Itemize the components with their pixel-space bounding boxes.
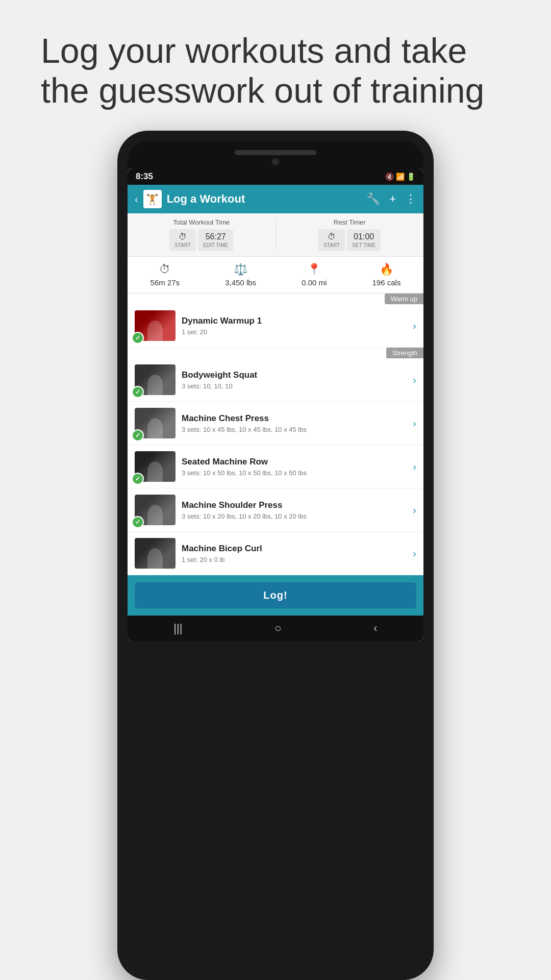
exercise-name: Machine Shoulder Press: [182, 500, 407, 510]
rest-timer-controls: ⏱ START 01:00 SET TIME: [318, 229, 381, 251]
exercise-sets: 3 sets: 10 x 50 lbs, 10 x 50 lbs, 10 x 5…: [182, 469, 407, 477]
exercise-chevron-right-icon: ›: [413, 504, 416, 516]
total-workout-controls: ⏱ START 56:27 EDIT TIME: [169, 229, 233, 251]
status-icons: 🔇 📶 🔋: [385, 173, 415, 181]
exercise-name: Seated Machine Row: [182, 457, 407, 467]
bottom-nav: ||| ○ ‹: [128, 616, 423, 641]
section-badge-warmup: Warm up: [385, 293, 423, 304]
exercise-info: Bodyweight Squat3 sets: 10, 10, 10: [176, 370, 413, 390]
exercise-info: Machine Chest Press3 sets: 10 x 45 lbs, …: [176, 413, 413, 433]
exercise-list: Warm up✓Dynamic Warmup 11 set: 20›Streng…: [128, 293, 423, 575]
rest-clock-icon: ⏱: [328, 232, 336, 241]
exercise-chevron-right-icon: ›: [413, 418, 416, 429]
exercise-info: Machine Bicep Curl1 set: 20 x 0 lb: [176, 544, 413, 564]
back-button[interactable]: ‹: [135, 193, 138, 205]
fire-icon: 🔥: [380, 263, 393, 276]
recent-nav-button[interactable]: ‹: [373, 622, 377, 635]
rest-start-button[interactable]: ⏱ START: [318, 229, 345, 251]
section-tag-strength: Strength: [128, 348, 423, 358]
exercise-info: Dynamic Warmup 11 set: 20: [176, 316, 413, 336]
completed-check-icon: ✓: [132, 473, 144, 485]
total-workout-timer: Total Workout Time ⏱ START 56:27 EDIT TI…: [128, 218, 276, 251]
exercise-sets: 1 set: 20: [182, 328, 407, 336]
section-badge-strength: Strength: [386, 348, 423, 358]
phone-screen: 8:35 🔇 📶 🔋 ‹ 🏋️ Log a Workout 🔧 + ⋮ Tota…: [128, 168, 423, 641]
exercise-name: Bodyweight Squat: [182, 370, 407, 380]
exercise-sets: 3 sets: 10 x 45 lbs, 10 x 45 lbs, 10 x 4…: [182, 426, 407, 433]
home-nav-button[interactable]: ○: [274, 622, 281, 635]
clock-icon: ⏱: [179, 232, 187, 241]
exercise-name: Machine Bicep Curl: [182, 544, 407, 554]
stats-row: ⏱ 56m 27s ⚖️ 3,450 lbs 📍 0.00 mi 🔥 196 c…: [128, 257, 423, 293]
rest-timer: Rest Timer ⏱ START 01:00 SET TIME: [276, 218, 424, 251]
total-start-button[interactable]: ⏱ START: [169, 229, 196, 251]
completed-check-icon: ✓: [132, 429, 144, 442]
workout-header: Total Workout Time ⏱ START 56:27 EDIT TI…: [128, 213, 423, 257]
stat-distance: 📍 0.00 mi: [302, 263, 327, 287]
list-item[interactable]: ✓Machine Chest Press3 sets: 10 x 45 lbs,…: [128, 402, 423, 445]
location-icon: 📍: [307, 263, 321, 276]
app-bar-title: Log a Workout: [167, 192, 361, 206]
app-logo: 🏋️: [143, 190, 162, 208]
exercise-name: Dynamic Warmup 1: [182, 316, 407, 326]
exercise-sets: 1 set: 20 x 0 lb: [182, 556, 407, 564]
exercise-sets: 3 sets: 10 x 20 lbs, 10 x 20 lbs, 10 x 2…: [182, 512, 407, 520]
phone-camera: [272, 158, 279, 165]
exercise-info: Seated Machine Row3 sets: 10 x 50 lbs, 1…: [176, 457, 413, 477]
stat-duration: ⏱ 56m 27s: [151, 263, 180, 287]
stat-weight: ⚖️ 3,450 lbs: [225, 263, 256, 287]
exercise-chevron-right-icon: ›: [413, 461, 416, 473]
log-button-bar: Log!: [128, 575, 423, 616]
back-nav-button[interactable]: |||: [173, 622, 182, 635]
stat-calories: 🔥 196 cals: [372, 263, 401, 287]
list-item[interactable]: Machine Bicep Curl1 set: 20 x 0 lb›: [128, 532, 423, 575]
duration-value: 56m 27s: [151, 278, 180, 287]
time-value: 56:27: [206, 232, 226, 241]
calories-value: 196 cals: [372, 278, 401, 287]
exercise-chevron-right-icon: ›: [413, 548, 416, 559]
weight-icon: ⚖️: [234, 263, 247, 276]
exercise-chevron-right-icon: ›: [413, 320, 416, 332]
completed-check-icon: ✓: [132, 516, 144, 528]
status-time: 8:35: [136, 172, 153, 182]
set-time-button[interactable]: 01:00 SET TIME: [347, 229, 381, 251]
add-button[interactable]: +: [389, 192, 396, 206]
total-workout-label: Total Workout Time: [173, 218, 230, 226]
app-bar: ‹ 🏋️ Log a Workout 🔧 + ⋮: [128, 185, 423, 213]
wrench-icon[interactable]: 🔧: [366, 192, 380, 206]
phone-bottom: [128, 641, 423, 651]
exercise-chevron-right-icon: ›: [413, 374, 416, 386]
menu-button[interactable]: ⋮: [405, 192, 416, 206]
rest-time-value: 01:00: [354, 232, 374, 241]
log-button[interactable]: Log!: [135, 582, 416, 608]
status-bar: 8:35 🔇 📶 🔋: [128, 168, 423, 185]
list-item[interactable]: ✓Machine Shoulder Press3 sets: 10 x 20 l…: [128, 488, 423, 532]
rest-timer-label: Rest Timer: [334, 218, 366, 226]
edit-time-button[interactable]: 56:27 EDIT TIME: [198, 229, 233, 251]
completed-check-icon: ✓: [132, 386, 144, 398]
list-item[interactable]: ✓Dynamic Warmup 11 set: 20›: [128, 304, 423, 348]
app-bar-actions: 🔧 + ⋮: [366, 192, 416, 206]
section-tag-warmup: Warm up: [128, 293, 423, 304]
exercise-info: Machine Shoulder Press3 sets: 10 x 20 lb…: [176, 500, 413, 520]
phone-speaker: [235, 150, 316, 155]
phone-notch: [128, 141, 423, 168]
stopwatch-icon: ⏱: [159, 263, 170, 276]
list-item[interactable]: ✓Bodyweight Squat3 sets: 10, 10, 10›: [128, 358, 423, 402]
exercise-name: Machine Chest Press: [182, 413, 407, 424]
distance-value: 0.00 mi: [302, 278, 327, 287]
promo-text: Log your workouts and take the guesswork…: [0, 0, 551, 131]
weight-value: 3,450 lbs: [225, 278, 256, 287]
exercise-thumb-5: [135, 538, 176, 569]
completed-check-icon: ✓: [132, 332, 144, 344]
list-item[interactable]: ✓Seated Machine Row3 sets: 10 x 50 lbs, …: [128, 445, 423, 488]
exercise-sets: 3 sets: 10, 10, 10: [182, 382, 407, 390]
phone-mockup: 8:35 🔇 📶 🔋 ‹ 🏋️ Log a Workout 🔧 + ⋮ Tota…: [117, 131, 434, 980]
